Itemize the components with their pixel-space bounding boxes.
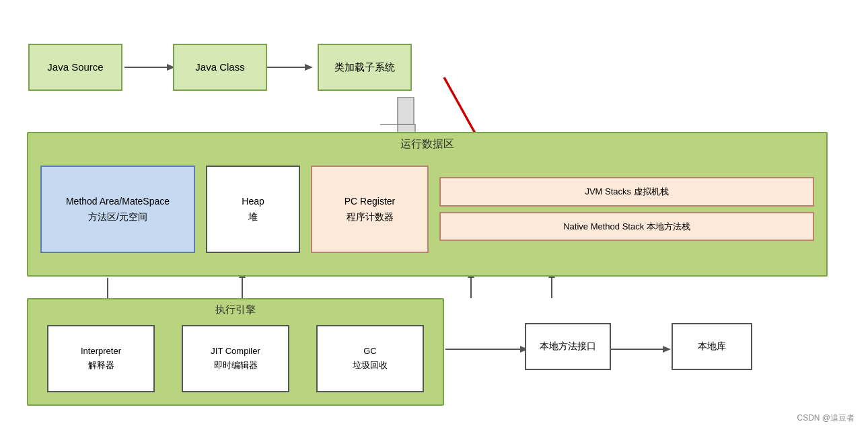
native-interface-box: 本地方法接口 bbox=[525, 323, 611, 370]
execution-area: 执行引擎 Interpreter 解释器 JIT Compiler 即时编辑器 … bbox=[27, 298, 444, 406]
native-interface-label: 本地方法接口 bbox=[540, 340, 596, 353]
diagram-container: Java Source Java Class 类加载子系统 运行数据区 Meth… bbox=[0, 0, 868, 432]
method-area-line2: 方法区/元空间 bbox=[88, 209, 147, 224]
classloader-label: 类加载子系统 bbox=[334, 60, 395, 75]
jit-line2: 即时编辑器 bbox=[214, 359, 258, 373]
heap-line1: Heap bbox=[242, 194, 264, 209]
classloader-box: 类加载子系统 bbox=[318, 44, 412, 91]
runtime-area: 运行数据区 Method Area/MateSpace 方法区/元空间 Heap… bbox=[27, 132, 828, 277]
exec-label: 执行引擎 bbox=[28, 303, 443, 316]
pc-line1: PC Register bbox=[345, 194, 395, 209]
heap-box: Heap 堆 bbox=[206, 166, 300, 253]
gc-box: GC 垃圾回收 bbox=[316, 325, 424, 392]
top-row: Java Source Java Class 类加载子系统 bbox=[28, 44, 412, 91]
pc-line2: 程序计数器 bbox=[347, 209, 394, 224]
jit-compiler-box: JIT Compiler 即时编辑器 bbox=[182, 325, 289, 392]
runtime-inner: Method Area/MateSpace 方法区/元空间 Heap 堆 PC … bbox=[28, 157, 826, 261]
native-library-label: 本地库 bbox=[698, 340, 726, 353]
interpreter-box: Interpreter 解释器 bbox=[47, 325, 155, 392]
native-library-box: 本地库 bbox=[672, 323, 752, 370]
java-class-label: Java Class bbox=[195, 60, 244, 75]
java-class-box: Java Class bbox=[173, 44, 267, 91]
pc-register-box: PC Register 程序计数器 bbox=[311, 166, 429, 253]
interpreter-line2: 解释器 bbox=[88, 359, 114, 373]
java-source-box: Java Source bbox=[28, 44, 122, 91]
method-area-box: Method Area/MateSpace 方法区/元空间 bbox=[40, 166, 195, 253]
native-stack-box: Native Method Stack 本地方法栈 bbox=[439, 212, 814, 242]
exec-inner: Interpreter 解释器 JIT Compiler 即时编辑器 GC 垃圾… bbox=[28, 322, 443, 396]
svg-rect-4 bbox=[398, 98, 414, 124]
watermark-text: CSDN @追豆者 bbox=[797, 413, 855, 423]
runtime-label: 运行数据区 bbox=[28, 137, 826, 151]
interpreter-line1: Interpreter bbox=[81, 345, 121, 359]
jvm-stacks-label: JVM Stacks 虚拟机栈 bbox=[585, 186, 668, 196]
jvm-stacks-area: JVM Stacks 虚拟机栈 Native Method Stack 本地方法… bbox=[439, 177, 814, 241]
gc-line2: 垃圾回收 bbox=[353, 359, 388, 373]
method-area-line1: Method Area/MateSpace bbox=[66, 194, 170, 209]
jvm-stacks-box: JVM Stacks 虚拟机栈 bbox=[439, 177, 814, 207]
bottom-right-row: 本地方法接口 本地库 bbox=[525, 323, 752, 370]
gc-line1: GC bbox=[363, 345, 377, 359]
native-stack-label: Native Method Stack 本地方法栈 bbox=[563, 221, 690, 231]
heap-line2: 堆 bbox=[248, 209, 258, 224]
watermark: CSDN @追豆者 bbox=[797, 412, 855, 424]
java-source-label: Java Source bbox=[47, 60, 103, 75]
jit-line1: JIT Compiler bbox=[211, 345, 260, 359]
